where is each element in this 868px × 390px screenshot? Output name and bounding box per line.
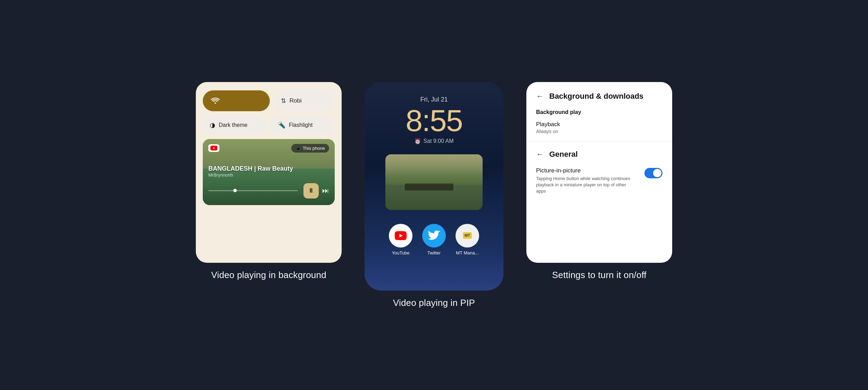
dark-theme-tile[interactable]: ◑ Dark theme xyxy=(203,116,267,134)
playback-text: Playback Always on xyxy=(536,121,560,134)
media-top-row: 📱 This phone xyxy=(208,144,329,153)
twitter-app-wrapper: Twitter xyxy=(422,224,446,255)
pause-icon: ⏸ xyxy=(308,187,314,194)
mt-app-wrapper: MT MT Mana... xyxy=(456,224,479,255)
flashlight-label: Flashlight xyxy=(289,122,312,128)
flashlight-tile[interactable]: 🔦 Flashlight xyxy=(271,116,335,134)
mt-app-icon[interactable]: MT xyxy=(456,224,479,247)
settings-title-1: Background & downloads xyxy=(549,92,643,101)
media-title: BANGLADESH | Raw Beauty xyxy=(208,165,329,172)
youtube-label: YouTube xyxy=(392,250,409,255)
pip-toggle[interactable] xyxy=(644,168,662,178)
panel3-settings: ← Background & downloads Background play… xyxy=(526,82,672,263)
quick-tiles-row2: ◑ Dark theme 🔦 Flashlight xyxy=(203,116,335,134)
playback-row[interactable]: Playback Always on xyxy=(536,121,662,134)
toggle-knob xyxy=(653,169,661,177)
robi-tile[interactable]: ⇅ Robi xyxy=(274,90,335,111)
lock-time: 8:55 xyxy=(406,105,462,136)
alarm-text: Sat 9:00 AM xyxy=(423,138,453,144)
app-icons-row: YouTube Twitter MT MT Mana... xyxy=(389,224,479,255)
media-title-area: BANGLADESH | Raw Beauty MrBrynnorth xyxy=(208,165,329,178)
main-container: ⇅ Robi ◑ Dark theme 🔦 Flashlight xyxy=(191,82,677,308)
media-card: 📱 This phone BANGLADESH | Raw Beauty MrB… xyxy=(203,139,335,205)
pip-video-scene xyxy=(385,154,483,210)
pip-desc: Tapping Home button while watching conti… xyxy=(536,176,633,195)
pip-video-haze xyxy=(385,154,483,177)
panel3-wrapper: ← Background & downloads Background play… xyxy=(521,82,677,281)
skip-button[interactable]: ⏭ xyxy=(322,187,329,195)
boat-silhouette xyxy=(405,184,453,190)
back-arrow-2[interactable]: ← xyxy=(536,150,544,159)
pause-button[interactable]: ⏸ xyxy=(303,183,319,198)
media-card-content: 📱 This phone BANGLADESH | Raw Beauty MrB… xyxy=(208,144,329,198)
mt-icon-text: MT xyxy=(463,232,472,239)
this-phone-badge: 📱 This phone xyxy=(291,144,329,153)
half-circle-icon: ◑ xyxy=(210,121,215,129)
panel2-wrapper: Fri, Jul 21 8:55 ⏰ Sat 9:00 AM xyxy=(356,82,512,308)
youtube-app-icon[interactable] xyxy=(389,224,412,247)
pip-title: Picture-in-picture xyxy=(536,167,633,174)
settings-section-1: ← Background & downloads Background play… xyxy=(526,82,672,141)
back-arrow-1[interactable]: ← xyxy=(536,92,544,101)
media-controls-row: ⏸ ⏭ xyxy=(208,183,329,198)
progress-dot xyxy=(233,189,237,192)
youtube-icon-small xyxy=(208,144,219,152)
media-progress[interactable] xyxy=(208,190,298,191)
pip-row: Picture-in-picture Tapping Home button w… xyxy=(536,167,662,195)
twitter-label: Twitter xyxy=(427,250,441,255)
background-play-title: Background play xyxy=(536,109,662,115)
playback-subtitle: Always on xyxy=(536,129,560,134)
lock-alarm: ⏰ Sat 9:00 AM xyxy=(414,138,453,145)
settings-header-1: ← Background & downloads xyxy=(536,92,662,101)
panel1-background-play: ⇅ Robi ◑ Dark theme 🔦 Flashlight xyxy=(196,82,342,263)
quick-tiles-row1: ⇅ Robi xyxy=(203,90,335,111)
settings-header-2: ← General xyxy=(536,150,662,159)
pip-video[interactable] xyxy=(385,154,483,210)
robi-label: Robi xyxy=(290,97,302,104)
panel1-wrapper: ⇅ Robi ◑ Dark theme 🔦 Flashlight xyxy=(191,82,347,281)
twitter-app-icon[interactable] xyxy=(422,224,446,247)
media-artist: MrBrynnorth xyxy=(208,172,329,178)
phone-icon-small: 📱 xyxy=(295,146,301,151)
flashlight-icon: 🔦 xyxy=(278,121,285,129)
youtube-app-wrapper: YouTube xyxy=(389,224,412,255)
alarm-icon: ⏰ xyxy=(414,138,421,145)
sort-icon: ⇅ xyxy=(281,97,286,105)
panel2-pip: Fri, Jul 21 8:55 ⏰ Sat 9:00 AM xyxy=(365,82,503,291)
lock-date: Fri, Jul 21 xyxy=(420,96,448,103)
wifi-tile[interactable] xyxy=(203,90,270,111)
panel3-caption: Settings to turn it on/off xyxy=(552,270,646,281)
playback-title: Playback xyxy=(536,121,560,128)
pip-text: Picture-in-picture Tapping Home button w… xyxy=(536,167,633,195)
settings-title-2: General xyxy=(549,150,578,159)
dark-theme-label: Dark theme xyxy=(219,122,248,128)
wifi-icon xyxy=(210,96,220,106)
panel1-caption: Video playing in background xyxy=(211,270,326,281)
settings-section-2: ← General Picture-in-picture Tapping Hom… xyxy=(526,141,672,204)
this-phone-label: This phone xyxy=(303,146,325,151)
mt-label: MT Mana... xyxy=(456,250,479,255)
panel1-bottom-area xyxy=(203,211,335,229)
skip-icon: ⏭ xyxy=(322,187,329,194)
panel2-caption: Video playing in PIP xyxy=(393,298,475,308)
